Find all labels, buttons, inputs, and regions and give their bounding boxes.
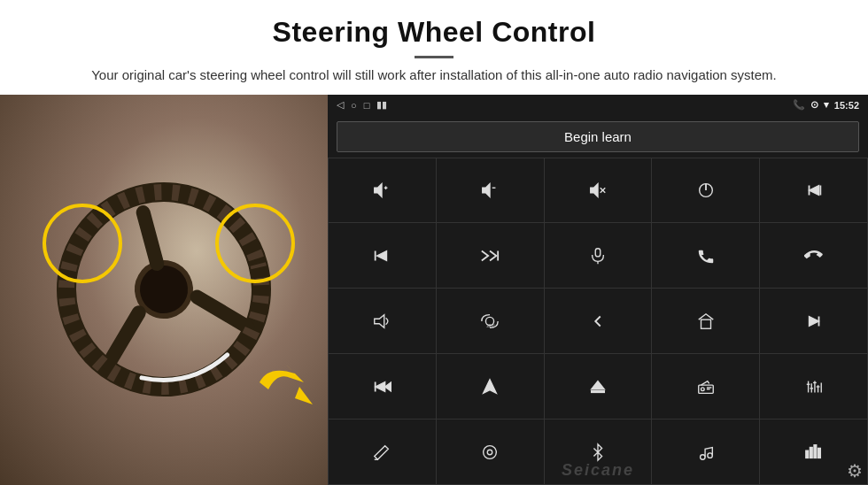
svg-marker-9 [483, 184, 490, 197]
svg-line-3 [97, 312, 150, 364]
content-area: ◁ ○ □ ▮▮ 📞 ⊙ ▾ 15:52 Begin learn [0, 95, 868, 486]
svg-marker-26 [376, 381, 385, 391]
status-bar-left: ◁ ○ □ ▮▮ [337, 99, 387, 111]
settings-gear-icon[interactable]: ⚙ [847, 460, 863, 481]
svg-marker-25 [809, 316, 818, 326]
highlight-circle-left [43, 204, 122, 283]
home-button[interactable] [652, 289, 759, 353]
vol-up-button[interactable] [329, 158, 436, 223]
hang-up-button[interactable] [760, 223, 867, 288]
page: Steering Wheel Control Your original car… [0, 0, 868, 485]
settings-menu-button[interactable] [437, 420, 544, 484]
cam360-button[interactable]: 360° [437, 289, 544, 353]
radio-button[interactable] [652, 354, 759, 419]
svg-point-32 [701, 388, 704, 391]
recents-nav-icon[interactable]: □ [364, 100, 370, 111]
control-grid: 360° [328, 158, 868, 486]
radio-ui: ◁ ○ □ ▮▮ 📞 ⊙ ▾ 15:52 Begin learn [328, 95, 868, 486]
svg-rect-51 [814, 444, 817, 458]
header-section: Steering Wheel Control Your original car… [0, 0, 868, 95]
begin-learn-button[interactable]: Begin learn [337, 121, 859, 152]
svg-marker-27 [385, 381, 391, 391]
svg-point-47 [700, 454, 705, 459]
signal-bars-icon: ▮▮ [376, 99, 387, 111]
prev-track-phone-button[interactable] [760, 158, 867, 223]
location-status-icon: ⊙ [810, 99, 818, 111]
bluetooth-button[interactable] [545, 420, 652, 484]
wifi-status-icon: ▾ [824, 99, 829, 111]
svg-rect-50 [810, 447, 812, 458]
music-button[interactable] [652, 420, 759, 484]
status-bar-right: 📞 ⊙ ▾ 15:52 [793, 99, 859, 111]
home-nav-icon[interactable]: ○ [351, 100, 357, 111]
svg-rect-24 [701, 319, 710, 328]
fast-fwd-button[interactable] [329, 354, 436, 419]
equalizer-button[interactable] [760, 354, 867, 419]
svg-marker-6 [375, 184, 382, 197]
svg-marker-29 [592, 381, 605, 389]
horn-button[interactable] [329, 289, 436, 353]
page-subtitle: Your original car's steering wheel contr… [35, 65, 833, 86]
svg-marker-16 [809, 185, 818, 195]
radio-ui-inner: 360° [328, 158, 868, 486]
svg-rect-19 [595, 249, 601, 257]
title-divider [415, 56, 453, 58]
phone-status-icon: 📞 [793, 99, 805, 111]
svg-marker-17 [377, 250, 387, 260]
highlight-circle-right [215, 204, 295, 283]
back-button[interactable] [545, 289, 652, 353]
svg-marker-28 [484, 379, 497, 393]
seek-fwd-button[interactable] [437, 223, 544, 288]
svg-line-2 [143, 212, 158, 264]
arrow-icon [251, 356, 322, 427]
eject-button[interactable] [545, 354, 652, 419]
svg-rect-30 [592, 390, 605, 392]
back-nav-icon[interactable]: ◁ [337, 99, 344, 111]
clock: 15:52 [834, 100, 859, 111]
status-bar: ◁ ○ □ ▮▮ 📞 ⊙ ▾ 15:52 [328, 95, 868, 116]
svg-marker-11 [591, 184, 598, 197]
svg-rect-52 [818, 448, 820, 458]
prev-chapter-button[interactable] [760, 289, 867, 353]
page-title: Steering Wheel Control [35, 16, 833, 49]
phone-call-button[interactable] [652, 223, 759, 288]
svg-line-4 [198, 287, 248, 337]
svg-text:360°: 360° [487, 324, 496, 328]
mute-button[interactable] [545, 158, 652, 223]
car-photo [0, 95, 328, 486]
next-track-button[interactable] [329, 223, 436, 288]
car-photo-inner [0, 95, 328, 486]
vol-down-button[interactable] [437, 158, 544, 223]
svg-point-46 [487, 450, 492, 455]
power-button[interactable] [652, 158, 759, 223]
svg-marker-21 [375, 314, 384, 327]
pen-button[interactable] [329, 420, 436, 484]
svg-rect-49 [805, 450, 808, 458]
svg-point-48 [708, 452, 713, 458]
microphone-button[interactable] [545, 223, 652, 288]
navigation-button[interactable] [437, 354, 544, 419]
begin-learn-row: Begin learn [328, 116, 868, 158]
